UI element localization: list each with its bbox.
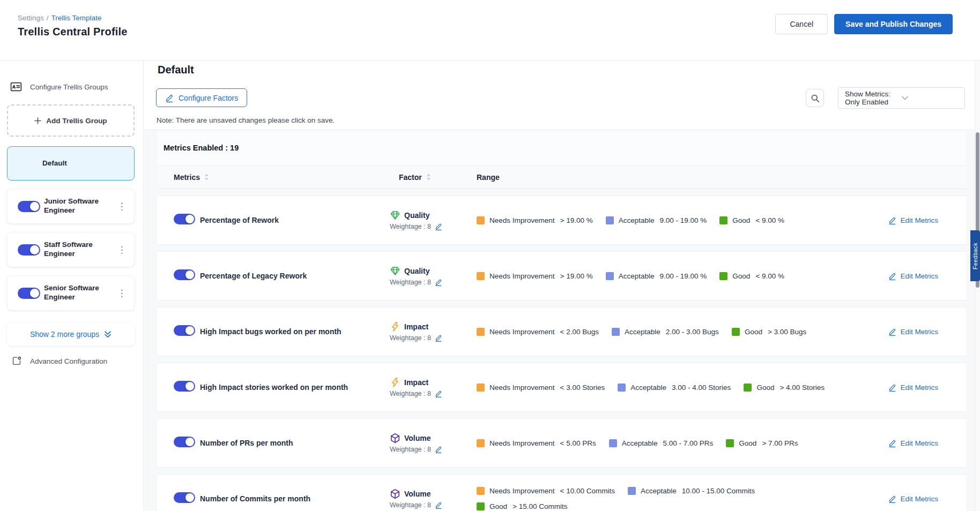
advanced-configuration-link[interactable]: Advanced Configuration xyxy=(11,355,135,367)
range-level-label: Needs Improvement xyxy=(489,384,555,392)
range-level-label: Needs Improvement xyxy=(489,328,555,336)
metric-name: Percentage of Legacy Rework xyxy=(200,272,386,280)
range-value: > 19.00 % xyxy=(560,272,593,280)
group-name: Senior Software Engineer xyxy=(44,284,113,302)
metric-toggle[interactable] xyxy=(174,492,195,503)
metrics-enabled-count: Metrics Enabled : 19 xyxy=(164,144,239,152)
range-level-label: Good xyxy=(739,439,756,447)
show-more-groups-label: Show 2 more groups xyxy=(30,330,99,339)
show-more-groups-button[interactable]: Show 2 more groups xyxy=(7,322,135,346)
page-title: Trellis Central Profile xyxy=(18,26,128,38)
group-card[interactable]: Junior Software Engineer ⋮ xyxy=(7,189,135,224)
edit-metrics-link[interactable]: Edit Metrics xyxy=(888,439,966,447)
metric-toggle[interactable] xyxy=(174,269,195,280)
cancel-button[interactable]: Cancel xyxy=(775,14,828,34)
edit-metrics-label: Edit Metrics xyxy=(900,272,938,280)
edit-weightage-icon[interactable] xyxy=(435,279,442,286)
edit-weightage-icon[interactable] xyxy=(435,501,442,509)
sort-icon[interactable] xyxy=(426,174,431,181)
range-color-square xyxy=(719,272,727,280)
metric-toggle[interactable] xyxy=(174,214,195,224)
metric-rows: Percentage of Rework xyxy=(157,196,966,511)
range-value: 2.00 - 3.00 Bugs xyxy=(666,328,719,336)
range-level-label: Good xyxy=(489,502,507,510)
metric-row: Percentage of Rework xyxy=(157,196,966,245)
group-card-default[interactable]: Default xyxy=(7,146,135,181)
group-toggle[interactable] xyxy=(18,244,40,255)
trellis-central-profile-page: Settings/Trellis Template Trellis Centra… xyxy=(0,0,980,511)
plus-icon xyxy=(34,117,41,124)
range-badge: Needs Improvement > 19.00 % xyxy=(477,216,593,224)
edit-metrics-link[interactable]: Edit Metrics xyxy=(888,495,966,503)
metrics-enabled-band: Metrics Enabled : 19 xyxy=(157,130,966,166)
edit-metrics-link[interactable]: Edit Metrics xyxy=(888,384,966,392)
edit-metrics-link[interactable]: Edit Metrics xyxy=(888,272,966,280)
breadcrumb-settings[interactable]: Settings xyxy=(18,14,44,22)
configure-factors-button[interactable]: Configure Factors xyxy=(156,88,247,107)
weightage-label: Weightage : 8 xyxy=(390,334,431,342)
range-color-square xyxy=(732,328,740,336)
scrollbar-track[interactable] xyxy=(975,61,980,511)
range-badge: Acceptable 2.00 - 3.00 Bugs xyxy=(612,328,719,336)
factor-name: Quality xyxy=(404,211,429,220)
group-heading: Default xyxy=(158,64,194,76)
breadcrumb-separator: / xyxy=(47,14,49,22)
range-color-square xyxy=(477,502,485,510)
content-header: Default Configure Factors Note: There ar… xyxy=(144,61,980,130)
edit-metrics-link[interactable]: Edit Metrics xyxy=(888,328,966,336)
edit-pencil-icon xyxy=(888,495,896,503)
metric-toggle[interactable] xyxy=(174,381,195,392)
edit-weightage-icon[interactable] xyxy=(435,446,442,453)
configure-factors-label: Configure Factors xyxy=(179,94,238,102)
range-badge: Needs Improvement < 5.00 PRs xyxy=(477,439,596,447)
trellis-groups-card-icon xyxy=(10,80,23,93)
save-and-publish-button[interactable]: Save and Publish Changes xyxy=(834,14,953,34)
factor-name: Volume xyxy=(404,434,431,442)
range-value: < 9.00 % xyxy=(755,272,784,280)
add-trellis-group-button[interactable]: Add Trellis Group xyxy=(7,104,135,137)
group-card[interactable]: Senior Software Engineer ⋮ xyxy=(7,275,135,311)
range-badge: Acceptable 9.00 - 19.00 % xyxy=(606,216,707,224)
chevron-down-icon xyxy=(902,96,959,100)
range-level-label: Acceptable xyxy=(622,439,658,447)
metric-name: Number of PRs per month xyxy=(200,439,386,447)
group-card[interactable]: Staff Software Engineer ⋮ xyxy=(7,232,135,267)
edit-pencil-icon xyxy=(165,94,174,102)
range-value: 9.00 - 19.00 % xyxy=(660,216,707,224)
range-level-label: Needs Improvement xyxy=(489,216,555,224)
kebab-menu-icon[interactable]: ⋮ xyxy=(116,288,127,299)
show-metrics-dropdown[interactable]: Show Metrics: Only Enabled xyxy=(838,87,965,109)
edit-weightage-icon[interactable] xyxy=(435,390,442,397)
edit-weightage-icon[interactable] xyxy=(435,334,442,342)
edit-pencil-icon xyxy=(888,216,896,224)
range-badge: Good < 9.00 % xyxy=(719,216,784,224)
breadcrumb-trellis-template[interactable]: Trellis Template xyxy=(51,14,102,22)
double-chevron-down-icon xyxy=(104,330,112,338)
group-toggle[interactable] xyxy=(18,201,40,212)
range-value: < 10.00 Commits xyxy=(560,487,615,495)
edit-metrics-link[interactable]: Edit Metrics xyxy=(888,216,966,224)
advanced-configuration-label: Advanced Configuration xyxy=(30,357,107,365)
weightage-label: Weightage : 8 xyxy=(390,279,431,286)
quality-gem-icon xyxy=(390,266,400,276)
volume-cube-icon xyxy=(390,433,400,444)
feedback-tab[interactable]: Feedback xyxy=(970,230,980,281)
metric-toggle[interactable] xyxy=(174,437,195,447)
kebab-menu-icon[interactable]: ⋮ xyxy=(116,201,127,212)
range-color-square xyxy=(477,384,485,392)
edit-weightage-icon[interactable] xyxy=(435,223,442,230)
range-color-square xyxy=(606,272,614,280)
sort-icon[interactable] xyxy=(204,174,209,181)
metric-toggle[interactable] xyxy=(174,325,195,336)
range-badge: Good < 9.00 % xyxy=(719,272,784,280)
show-metrics-dropdown-value: Show Metrics: Only Enabled xyxy=(845,90,902,106)
range-level-label: Good xyxy=(756,384,774,392)
edit-metrics-label: Edit Metrics xyxy=(900,439,938,447)
group-toggle[interactable] xyxy=(18,288,40,299)
range-value: 3.00 - 4.00 Stories xyxy=(672,384,731,392)
range-badge: Needs Improvement < 3.00 Stories xyxy=(477,384,605,392)
kebab-menu-icon[interactable]: ⋮ xyxy=(116,244,127,255)
search-button[interactable] xyxy=(806,89,824,107)
range-value: 9.00 - 19.00 % xyxy=(660,272,707,280)
edit-pencil-icon xyxy=(888,328,896,336)
